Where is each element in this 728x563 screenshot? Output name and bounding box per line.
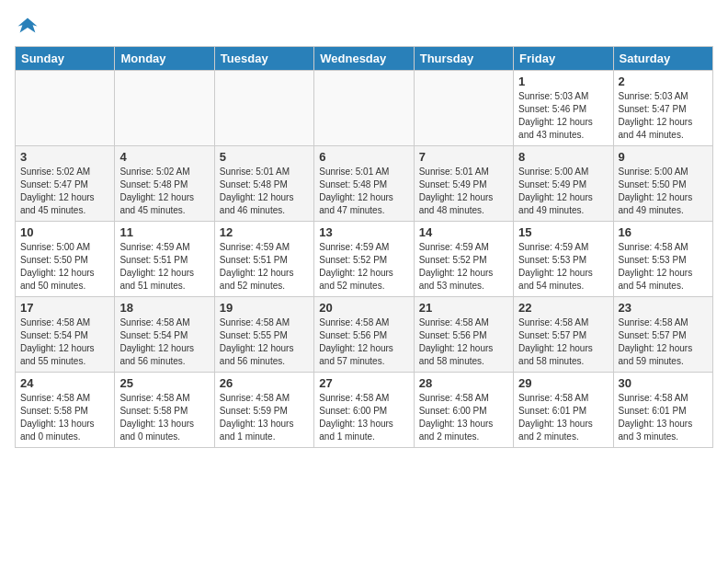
calendar-cell [16, 71, 115, 146]
day-info: Sunrise: 5:00 AM Sunset: 5:50 PM Dayligh… [619, 166, 708, 217]
calendar-cell: 7Sunrise: 5:01 AM Sunset: 5:49 PM Daylig… [414, 146, 513, 222]
day-info: Sunrise: 5:02 AM Sunset: 5:47 PM Dayligh… [20, 166, 109, 217]
day-number: 13 [319, 225, 408, 239]
day-info: Sunrise: 4:58 AM Sunset: 5:54 PM Dayligh… [119, 316, 209, 368]
day-number: 17 [20, 301, 109, 315]
day-number: 25 [119, 376, 209, 390]
day-number: 16 [619, 225, 708, 239]
calendar-cell: 10Sunrise: 5:00 AM Sunset: 5:50 PM Dayli… [16, 222, 115, 297]
day-number: 1 [518, 75, 608, 88]
calendar-cell: 21Sunrise: 4:58 AM Sunset: 5:56 PM Dayli… [414, 297, 513, 373]
day-number: 2 [619, 75, 708, 88]
day-info: Sunrise: 4:58 AM Sunset: 6:00 PM Dayligh… [319, 392, 408, 443]
calendar-cell: 17Sunrise: 4:58 AM Sunset: 5:54 PM Dayli… [16, 297, 115, 373]
calendar-header-monday: Monday [115, 47, 214, 71]
day-info: Sunrise: 4:58 AM Sunset: 5:56 PM Dayligh… [319, 316, 408, 368]
calendar-cell: 27Sunrise: 4:58 AM Sunset: 6:00 PM Dayli… [314, 373, 414, 448]
day-info: Sunrise: 4:58 AM Sunset: 6:00 PM Dayligh… [419, 392, 508, 443]
day-info: Sunrise: 4:58 AM Sunset: 5:55 PM Dayligh… [220, 316, 309, 368]
day-info: Sunrise: 4:58 AM Sunset: 6:01 PM Dayligh… [518, 392, 608, 443]
day-number: 9 [619, 150, 708, 164]
day-number: 28 [419, 376, 508, 390]
calendar-header-wednesday: Wednesday [314, 47, 414, 71]
day-number: 27 [319, 376, 408, 390]
calendar-cell: 13Sunrise: 4:59 AM Sunset: 5:52 PM Dayli… [314, 222, 414, 297]
calendar-cell: 12Sunrise: 4:59 AM Sunset: 5:51 PM Dayli… [214, 222, 313, 297]
day-info: Sunrise: 4:59 AM Sunset: 5:52 PM Dayligh… [319, 241, 408, 293]
day-number: 8 [518, 150, 608, 164]
day-number: 10 [20, 225, 109, 239]
calendar-cell: 19Sunrise: 4:58 AM Sunset: 5:55 PM Dayli… [214, 297, 313, 373]
day-number: 3 [20, 150, 109, 164]
day-info: Sunrise: 4:58 AM Sunset: 5:58 PM Dayligh… [119, 392, 209, 443]
calendar-cell: 14Sunrise: 4:59 AM Sunset: 5:52 PM Dayli… [414, 222, 513, 297]
calendar-cell: 20Sunrise: 4:58 AM Sunset: 5:56 PM Dayli… [314, 297, 414, 373]
calendar-cell: 2Sunrise: 5:03 AM Sunset: 5:47 PM Daylig… [613, 71, 712, 146]
day-info: Sunrise: 5:01 AM Sunset: 5:49 PM Dayligh… [419, 166, 508, 217]
day-info: Sunrise: 5:00 AM Sunset: 5:50 PM Dayligh… [20, 241, 109, 293]
day-info: Sunrise: 4:58 AM Sunset: 5:53 PM Dayligh… [619, 241, 708, 293]
day-info: Sunrise: 4:58 AM Sunset: 5:59 PM Dayligh… [220, 392, 309, 443]
calendar-header-saturday: Saturday [613, 47, 712, 71]
day-number: 4 [119, 150, 209, 164]
day-number: 6 [319, 150, 408, 164]
calendar-cell: 1Sunrise: 5:03 AM Sunset: 5:46 PM Daylig… [514, 71, 613, 146]
day-info: Sunrise: 4:58 AM Sunset: 5:58 PM Dayligh… [20, 392, 109, 443]
day-info: Sunrise: 4:59 AM Sunset: 5:52 PM Dayligh… [419, 241, 508, 293]
day-info: Sunrise: 5:02 AM Sunset: 5:48 PM Dayligh… [119, 166, 209, 217]
calendar-header-friday: Friday [514, 47, 613, 71]
day-info: Sunrise: 4:58 AM Sunset: 5:57 PM Dayligh… [518, 316, 608, 368]
day-info: Sunrise: 4:59 AM Sunset: 5:51 PM Dayligh… [119, 241, 209, 293]
day-info: Sunrise: 5:01 AM Sunset: 5:48 PM Dayligh… [220, 166, 309, 217]
day-number: 20 [319, 301, 408, 315]
logo [15, 15, 44, 40]
calendar-cell: 18Sunrise: 4:58 AM Sunset: 5:54 PM Dayli… [115, 297, 214, 373]
calendar-cell: 30Sunrise: 4:58 AM Sunset: 6:01 PM Dayli… [613, 373, 712, 448]
calendar-cell: 16Sunrise: 4:58 AM Sunset: 5:53 PM Dayli… [613, 222, 712, 297]
calendar-cell [314, 71, 414, 146]
day-number: 15 [518, 225, 608, 239]
day-info: Sunrise: 4:58 AM Sunset: 5:57 PM Dayligh… [619, 316, 708, 368]
calendar-cell: 28Sunrise: 4:58 AM Sunset: 6:00 PM Dayli… [414, 373, 513, 448]
day-info: Sunrise: 4:59 AM Sunset: 5:53 PM Dayligh… [518, 241, 608, 293]
day-number: 18 [119, 301, 209, 315]
calendar-cell: 29Sunrise: 4:58 AM Sunset: 6:01 PM Dayli… [514, 373, 613, 448]
calendar-cell: 26Sunrise: 4:58 AM Sunset: 5:59 PM Dayli… [214, 373, 313, 448]
day-info: Sunrise: 4:58 AM Sunset: 5:54 PM Dayligh… [20, 316, 109, 368]
calendar-header-tuesday: Tuesday [214, 47, 313, 71]
day-number: 29 [518, 376, 608, 390]
calendar-cell [414, 71, 513, 146]
calendar: SundayMondayTuesdayWednesdayThursdayFrid… [15, 46, 713, 448]
calendar-cell: 25Sunrise: 4:58 AM Sunset: 5:58 PM Dayli… [115, 373, 214, 448]
svg-marker-0 [18, 18, 38, 33]
calendar-cell: 24Sunrise: 4:58 AM Sunset: 5:58 PM Dayli… [16, 373, 115, 448]
day-info: Sunrise: 5:01 AM Sunset: 5:48 PM Dayligh… [319, 166, 408, 217]
calendar-cell [214, 71, 313, 146]
day-info: Sunrise: 4:59 AM Sunset: 5:51 PM Dayligh… [220, 241, 309, 293]
calendar-cell [115, 71, 214, 146]
header [15, 15, 713, 40]
day-number: 23 [619, 301, 708, 315]
day-number: 24 [20, 376, 109, 390]
calendar-week-2: 3Sunrise: 5:02 AM Sunset: 5:47 PM Daylig… [16, 146, 713, 222]
calendar-week-3: 10Sunrise: 5:00 AM Sunset: 5:50 PM Dayli… [16, 222, 713, 297]
day-info: Sunrise: 5:03 AM Sunset: 5:47 PM Dayligh… [619, 90, 708, 142]
day-number: 26 [220, 376, 309, 390]
calendar-week-5: 24Sunrise: 4:58 AM Sunset: 5:58 PM Dayli… [16, 373, 713, 448]
day-info: Sunrise: 5:00 AM Sunset: 5:49 PM Dayligh… [518, 166, 608, 217]
day-info: Sunrise: 4:58 AM Sunset: 5:56 PM Dayligh… [419, 316, 508, 368]
calendar-header-thursday: Thursday [414, 47, 513, 71]
day-number: 22 [518, 301, 608, 315]
day-number: 5 [220, 150, 309, 164]
day-info: Sunrise: 5:03 AM Sunset: 5:46 PM Dayligh… [518, 90, 608, 142]
day-number: 21 [419, 301, 508, 315]
calendar-cell: 23Sunrise: 4:58 AM Sunset: 5:57 PM Dayli… [613, 297, 712, 373]
day-number: 19 [220, 301, 309, 315]
calendar-cell: 3Sunrise: 5:02 AM Sunset: 5:47 PM Daylig… [16, 146, 115, 222]
calendar-cell: 6Sunrise: 5:01 AM Sunset: 5:48 PM Daylig… [314, 146, 414, 222]
day-number: 11 [119, 225, 209, 239]
calendar-cell: 11Sunrise: 4:59 AM Sunset: 5:51 PM Dayli… [115, 222, 214, 297]
calendar-header-sunday: Sunday [16, 47, 115, 71]
logo-bird-icon [15, 15, 40, 40]
calendar-week-1: 1Sunrise: 5:03 AM Sunset: 5:46 PM Daylig… [16, 71, 713, 146]
